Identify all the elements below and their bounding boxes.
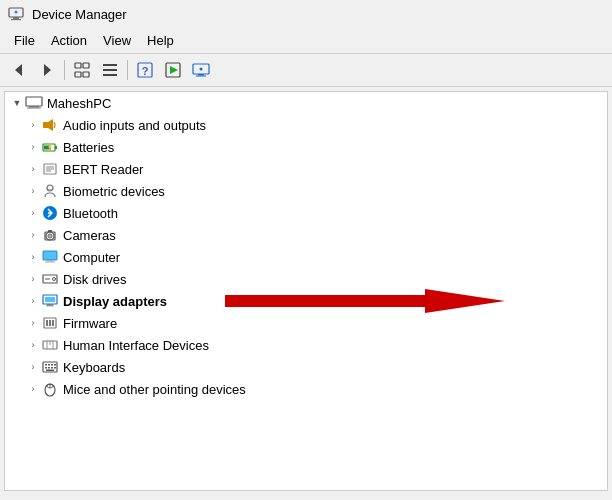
svg-marker-25 <box>48 119 53 131</box>
menu-help[interactable]: Help <box>141 30 180 51</box>
svg-rect-7 <box>83 63 89 68</box>
svg-rect-19 <box>196 76 206 77</box>
batteries-expand-icon[interactable]: › <box>25 139 41 155</box>
display-expand-icon[interactable]: › <box>25 293 41 309</box>
svg-rect-67 <box>48 367 50 369</box>
tree-item-batteries[interactable]: › ⚡ Batteries <box>5 136 607 158</box>
tree-item-mice[interactable]: › Mice and other pointing devices <box>5 378 607 400</box>
root-label: MaheshPC <box>47 96 111 111</box>
svg-text:⚡: ⚡ <box>47 144 54 151</box>
menu-file[interactable]: File <box>8 30 41 51</box>
svg-rect-69 <box>54 367 56 369</box>
app-icon <box>8 6 24 22</box>
batteries-label: Batteries <box>63 140 114 155</box>
tree-root-item[interactable]: ▼ MaheshPC <box>5 92 607 114</box>
svg-marker-4 <box>15 64 22 76</box>
keyboards-label: Keyboards <box>63 360 125 375</box>
svg-rect-55 <box>49 320 51 326</box>
svg-point-20 <box>200 68 203 71</box>
display-label: Display adapters <box>63 294 167 309</box>
tree-wrapper: ▼ MaheshPC › Audio inputs and output <box>5 92 607 400</box>
tree-item-display[interactable]: › Display adapters <box>5 290 607 312</box>
toolbar-separator-1 <box>64 60 65 80</box>
svg-rect-2 <box>11 19 21 20</box>
device-tree-panel: ▼ MaheshPC › Audio inputs and output <box>4 91 608 491</box>
toolbar-separator-2 <box>127 60 128 80</box>
computer-icon <box>25 94 43 112</box>
svg-rect-65 <box>54 364 56 366</box>
svg-marker-16 <box>170 66 178 74</box>
firmware-expand-icon[interactable]: › <box>25 315 41 331</box>
tree-item-audio[interactable]: › Audio inputs and outputs <box>5 114 607 136</box>
svg-rect-68 <box>51 367 53 369</box>
svg-rect-70 <box>46 370 54 372</box>
biometric-label: Biometric devices <box>63 184 165 199</box>
svg-rect-6 <box>75 63 81 68</box>
keyboards-expand-icon[interactable]: › <box>25 359 41 375</box>
menu-action[interactable]: Action <box>45 30 93 51</box>
tree-item-keyboards[interactable]: › Keyboards <box>5 356 607 378</box>
svg-rect-50 <box>47 304 53 306</box>
computer-expand-icon[interactable]: › <box>25 249 41 265</box>
svg-rect-54 <box>46 320 48 326</box>
tree-item-hid[interactable]: › Human Interface Devices <box>5 334 607 356</box>
tree-item-bluetooth[interactable]: › Bluetooth <box>5 202 607 224</box>
forward-button[interactable] <box>34 57 60 83</box>
svg-rect-1 <box>13 17 19 19</box>
svg-rect-51 <box>46 306 54 307</box>
bluetooth-expand-icon[interactable]: › <box>25 205 41 221</box>
svg-rect-23 <box>27 108 41 109</box>
help-button[interactable]: ? <box>132 57 158 83</box>
menu-view[interactable]: View <box>97 30 137 51</box>
svg-text:?: ? <box>142 65 149 77</box>
battery-icon: ⚡ <box>41 138 59 156</box>
monitor-button[interactable] <box>188 57 214 83</box>
computer-device-icon <box>41 248 59 266</box>
bert-label: BERT Reader <box>63 162 143 177</box>
mice-label: Mice and other pointing devices <box>63 382 246 397</box>
svg-rect-24 <box>43 122 48 128</box>
biometric-expand-icon[interactable]: › <box>25 183 41 199</box>
svg-rect-56 <box>52 320 54 326</box>
svg-rect-44 <box>45 262 55 263</box>
tree-view-button[interactable] <box>69 57 95 83</box>
bert-icon <box>41 160 59 178</box>
firmware-icon <box>41 314 59 332</box>
cameras-expand-icon[interactable]: › <box>25 227 41 243</box>
svg-rect-64 <box>51 364 53 366</box>
svg-point-46 <box>53 278 56 281</box>
tree-item-cameras[interactable]: › Cameras <box>5 224 607 246</box>
svg-rect-62 <box>45 364 47 366</box>
svg-rect-22 <box>29 106 39 108</box>
tree-item-computer[interactable]: › Computer <box>5 246 607 268</box>
svg-rect-8 <box>75 72 81 77</box>
audio-icon <box>41 116 59 134</box>
back-button[interactable] <box>6 57 32 83</box>
list-view-button[interactable] <box>97 57 123 83</box>
svg-rect-10 <box>103 64 117 66</box>
tree-item-biometric[interactable]: › Biometric devices <box>5 180 607 202</box>
red-arrow <box>225 286 505 316</box>
tree-item-bert[interactable]: › BERT Reader <box>5 158 607 180</box>
mice-expand-icon[interactable]: › <box>25 381 41 397</box>
menu-bar: File Action View Help <box>0 28 612 54</box>
svg-point-3 <box>15 11 18 14</box>
camera-icon <box>41 226 59 244</box>
play-button[interactable] <box>160 57 186 83</box>
bluetooth-label: Bluetooth <box>63 206 118 221</box>
audio-label: Audio inputs and outputs <box>63 118 206 133</box>
disk-icon <box>41 270 59 288</box>
hid-expand-icon[interactable]: › <box>25 337 41 353</box>
svg-rect-66 <box>45 367 47 369</box>
audio-expand-icon[interactable]: › <box>25 117 41 133</box>
svg-marker-5 <box>44 64 51 76</box>
svg-marker-52 <box>225 289 505 313</box>
svg-rect-21 <box>26 97 42 106</box>
svg-rect-12 <box>103 74 117 76</box>
disk-label: Disk drives <box>63 272 127 287</box>
bert-expand-icon[interactable]: › <box>25 161 41 177</box>
root-expand-icon[interactable]: ▼ <box>9 95 25 111</box>
disk-expand-icon[interactable]: › <box>25 271 41 287</box>
cameras-label: Cameras <box>63 228 116 243</box>
svg-rect-9 <box>83 72 89 77</box>
